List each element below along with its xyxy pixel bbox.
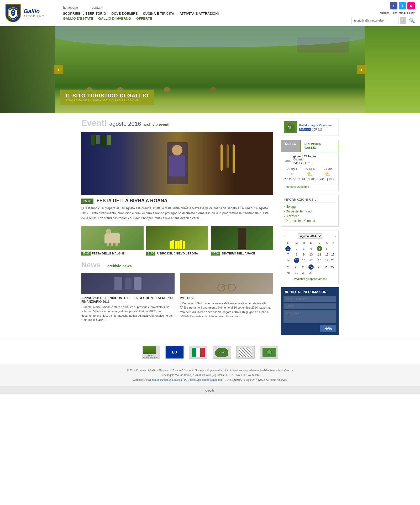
- slider-next-button[interactable]: ›: [357, 65, 366, 74]
- cal-day-18[interactable]: 18: [315, 257, 324, 264]
- richiesta-message-field[interactable]: [284, 310, 336, 323]
- nav-cucina[interactable]: CUCINA E TIPICITÀ: [143, 12, 174, 15]
- cal-day-16[interactable]: 16: [301, 257, 307, 264]
- calendar-box: ‹ agosto 2014 › L M M G V S D: [281, 231, 339, 283]
- nav-contatti[interactable]: contatti: [92, 6, 102, 9]
- newsletter-submit[interactable]: ›: [400, 17, 406, 24]
- info-link-guide[interactable]: › Guide del territorio: [284, 210, 336, 213]
- cal-day-13[interactable]: 13: [330, 252, 336, 257]
- flickr-icon[interactable]: ✿: [407, 2, 415, 9]
- cal-day-30[interactable]: 30: [301, 270, 307, 275]
- search-button[interactable]: 🔍: [409, 18, 415, 23]
- cal-month-select[interactable]: agosto 2014: [298, 233, 322, 239]
- cal-day-2[interactable]: 2: [292, 245, 301, 252]
- cal-day-26[interactable]: 26: [324, 264, 330, 270]
- cal-day-15[interactable]: 15: [292, 257, 301, 264]
- nav-scoprire[interactable]: SCOPRIRE IL TERRITORIO: [63, 12, 106, 15]
- event-card-1[interactable]: 15.08 FESTA DELLE MALGHE: [81, 226, 144, 256]
- footer-email-link[interactable]: comune@comune.gallio.it: [152, 378, 182, 381]
- events-archive-link[interactable]: archivio eventi: [144, 122, 169, 127]
- facebook-icon[interactable]: f: [390, 2, 397, 9]
- site-subname: altopiano: [24, 15, 45, 18]
- svg-point-0: [12, 13, 14, 14]
- info-link-parrocchia[interactable]: › Parrocchia e Cinema: [284, 219, 336, 223]
- twitter-icon[interactable]: t: [399, 2, 406, 9]
- nav-video[interactable]: VIDEO: [380, 12, 389, 15]
- news-card-2[interactable]: IMU-TASI Il Comune di Gallio non ha anco…: [180, 273, 273, 322]
- richiesta-submit-button[interactable]: INVIA: [320, 325, 336, 332]
- svg-point-1: [289, 127, 291, 129]
- nav-estate[interactable]: GALLIO D'ESTATE: [63, 17, 93, 20]
- nav-offerte[interactable]: OFFERTE: [136, 17, 152, 20]
- cal-day-27[interactable]: 27: [330, 264, 336, 270]
- info-link-biblioteca[interactable]: › Biblioteca: [284, 214, 336, 218]
- cal-day-12[interactable]: 12: [324, 252, 330, 257]
- meteo-tab-active[interactable]: METEO: [281, 140, 300, 152]
- event-card-label-2: 24.08 RITIRO DEL CHIEVO VERONA: [146, 252, 208, 256]
- footer-logo-6[interactable]: [260, 346, 278, 359]
- meteo-tab-previsioni[interactable]: previsioni Gallio: [300, 140, 338, 152]
- event-card-name-2: RITIRO DEL CHIEVO VERONA: [157, 252, 198, 255]
- cal-day-1[interactable]: 1: [284, 245, 292, 252]
- cal-day-29[interactable]: 29: [292, 270, 301, 275]
- cal-day-31[interactable]: 31: [307, 270, 315, 275]
- nav-homepage[interactable]: homepage: [63, 6, 78, 9]
- meteo-webcams-link[interactable]: › meteo e webcams: [284, 183, 336, 188]
- main-event-info: 05.08 FESTA DELLA BIRRA A ROANA Quest'an…: [81, 198, 273, 221]
- nav-dormire[interactable]: DOVE DORMIRE: [112, 12, 138, 15]
- meteo-temp-high: 24° C: [293, 161, 302, 165]
- footer-logo-regione[interactable]: Veneto: [213, 346, 231, 359]
- cal-day-22[interactable]: 22: [292, 264, 301, 270]
- cal-day-3[interactable]: 3: [301, 245, 307, 252]
- meteo-day-name-3: 27 luglio: [319, 168, 336, 170]
- main-container: Eventi agosto 2016 archivio eventi: [79, 113, 341, 340]
- cal-day-4[interactable]: 4: [307, 245, 315, 252]
- cal-day-24[interactable]: 24: [307, 264, 315, 270]
- nav-inverno[interactable]: GALLIO D'INVERNO: [98, 17, 131, 20]
- newsletter-input[interactable]: [351, 17, 398, 24]
- richiesta-nome-field[interactable]: [284, 296, 336, 302]
- cal-day-23[interactable]: 23: [301, 264, 307, 270]
- cal-day-14[interactable]: 14: [284, 257, 292, 264]
- slider-prev-button[interactable]: ‹: [54, 65, 63, 74]
- info-link-noleggi[interactable]: › Noleggi: [284, 205, 336, 209]
- footer-logo-5[interactable]: [236, 346, 255, 359]
- cal-day-8[interactable]: 8: [292, 252, 301, 257]
- event-card-2[interactable]: 24.08 RITIRO DEL CHIEVO VERONA: [146, 226, 208, 256]
- nav-fotogallery[interactable]: FOTOGALLERY: [393, 12, 415, 15]
- news-cards: APPROVATO IL RENDICONTO DELLA GESTIONE E…: [81, 273, 273, 322]
- cal-day-6[interactable]: 6: [324, 245, 330, 252]
- cal-day-10[interactable]: 10: [307, 252, 315, 257]
- slider-subtitle: PANORAMA DELLA PIANA | GALLIO È LA RENAG…: [66, 99, 149, 102]
- cal-day-5[interactable]: 5: [315, 245, 324, 252]
- cal-appointments-link[interactable]: › vedi tutti gli appuntamenti: [284, 277, 336, 280]
- cal-day-17[interactable]: 17: [307, 257, 315, 264]
- credits-link[interactable]: credits: [205, 389, 214, 392]
- cal-day-7[interactable]: 7: [284, 252, 292, 257]
- newsletter-bar: ›: [351, 17, 406, 24]
- footer-logo-it[interactable]: [189, 346, 207, 359]
- meteo-day-icon-2: ⛅: [302, 171, 318, 177]
- meteo-day-name-2: 26 luglio: [302, 168, 318, 170]
- cal-prev-button[interactable]: ‹: [284, 234, 285, 238]
- cal-day-19[interactable]: 19: [324, 257, 330, 264]
- news-card-1[interactable]: APPROVATO IL RENDICONTO DELLA GESTIONE E…: [81, 273, 175, 322]
- events-title: Eventi: [81, 118, 107, 128]
- cal-day-11[interactable]: 11: [315, 252, 324, 257]
- footer-logo-eu[interactable]: EU: [165, 346, 184, 359]
- nav-attivita[interactable]: ATTIVITÀ E ATTRAZIONI: [180, 12, 219, 15]
- cal-day-21[interactable]: 21: [284, 264, 292, 270]
- gal-name[interactable]: Gal Montagna Vicentina: [299, 124, 332, 127]
- cal-next-button[interactable]: ›: [334, 234, 336, 238]
- cal-day-20[interactable]: 20: [330, 257, 336, 264]
- logo-area[interactable]: Gallio altopiano: [5, 4, 58, 22]
- cal-week-1: 1 2 3 4 5 6: [284, 245, 336, 252]
- event-card-3[interactable]: 30.08 SENTIERO DELLA PACE: [211, 226, 273, 256]
- richiesta-email-field[interactable]: [284, 303, 336, 309]
- news-archive-link[interactable]: archivio news: [107, 264, 132, 268]
- footer-logo-veneto[interactable]: VenetoTra la terra e il cielo: [142, 346, 160, 359]
- cal-day-28[interactable]: 28: [284, 270, 292, 275]
- cal-day-25[interactable]: 25: [315, 264, 324, 270]
- footer-pec-link[interactable]: gallio.vi@cert.ip-veneto.net: [190, 378, 222, 381]
- cal-day-9[interactable]: 9: [301, 252, 307, 257]
